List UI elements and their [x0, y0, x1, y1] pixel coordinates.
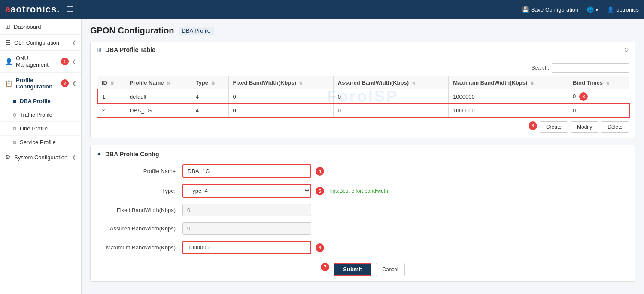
onu-icon: 👤	[5, 58, 12, 65]
assured-bw-input	[182, 222, 311, 235]
page-header: GPON Configuration DBA Profile	[90, 26, 635, 36]
page-title: GPON Configuration	[90, 26, 174, 36]
onu-arrow: ❮	[72, 59, 76, 64]
refresh-icon[interactable]: ↻	[624, 46, 629, 53]
profile-icon: 📋	[5, 80, 12, 87]
col-assured-bw: Assured BandWidth(Kbps) ⇅	[333, 76, 448, 89]
user-icon: 👤	[607, 6, 614, 13]
search-input[interactable]	[552, 63, 629, 73]
sidebar-line-label: Line Profile	[20, 125, 48, 132]
assured-bw-row: Assured BandWidth(Kbps)	[97, 222, 629, 235]
user-menu[interactable]: 👤 optronics	[607, 6, 639, 13]
sidebar-item-line-profile[interactable]: Line Profile	[0, 122, 81, 136]
hamburger-menu[interactable]: ☰	[67, 5, 73, 14]
sidebar-item-dba-profile[interactable]: DBA Profile	[0, 94, 81, 108]
table-row[interactable]: 2DBA_1G40010000000	[97, 104, 629, 117]
sidebar-traffic-label: Traffic Profile	[20, 112, 52, 118]
system-arrow: ❮	[72, 155, 76, 160]
modify-button[interactable]: Modify	[571, 121, 598, 133]
badge-4: 4	[316, 167, 324, 176]
col-type: Type ⇅	[191, 76, 228, 89]
sidebar-item-traffic-profile[interactable]: Traffic Profile	[0, 108, 81, 122]
form-section-header: ✦ DBA Profile Config	[97, 151, 629, 158]
badge-7: 7	[321, 263, 329, 271]
type-select[interactable]: Type_1 Type_2 Type_3 Type_4 Type_5	[182, 184, 311, 198]
sidebar-item-onu-mgmt[interactable]: 👤 ONU Management 1 ❮	[0, 51, 81, 73]
sidebar-item-system-config[interactable]: ⚙ System Configuration ❮	[0, 149, 81, 165]
col-fixed-bw: Fixed BandWidth(Kbps) ⇅	[228, 76, 333, 89]
logo: a aotronics.	[5, 4, 60, 15]
badge-5: 5	[316, 187, 324, 195]
table-controls: Search:	[97, 63, 629, 73]
main-layout: ⊞ Dashboard ☰ OLT Configuration ❮ 👤 ONU …	[0, 19, 644, 294]
form-section-icon: ✦	[97, 151, 102, 158]
dropdown-arrow: ▾	[595, 6, 598, 13]
col-max-bw: Maximum BandWidth(Kbps) ⇅	[449, 76, 568, 89]
sidebar-dashboard-label: Dashboard	[14, 24, 41, 30]
minimize-icon[interactable]: −	[616, 46, 620, 53]
form-section-title: DBA Profile Config	[105, 151, 159, 158]
fixed-bw-label: Fixed BandWidth(Kbps)	[97, 207, 182, 213]
save-icon: 💾	[522, 6, 529, 13]
col-bind-times: Bind Times ⇅	[568, 76, 629, 89]
logo-text: aotronics.	[10, 4, 60, 15]
sidebar-profile-label: Profile Configuration	[16, 77, 58, 90]
globe-icon: 🌐	[587, 6, 594, 13]
sidebar: ⊞ Dashboard ☰ OLT Configuration ❮ 👤 ONU …	[0, 19, 82, 294]
profile-name-label: Profile Name	[97, 168, 182, 174]
main-content: GPON Configuration DBA Profile ⊞ DBA Pro…	[82, 19, 644, 294]
table-card-body: Search: ForoISP ID ⇅ Profile Name ⇅ Type…	[91, 58, 635, 138]
sidebar-item-service-profile[interactable]: Service Profile	[0, 136, 81, 149]
dashboard-icon: ⊞	[5, 23, 10, 30]
sidebar-service-label: Service Profile	[20, 139, 56, 145]
sidebar-item-dashboard[interactable]: ⊞ Dashboard	[0, 19, 81, 35]
topnav-right: 💾 Save Configuration 🌐 ▾ 👤 optronics	[522, 6, 639, 13]
search-label: Search:	[532, 65, 549, 71]
table-card-header: ⊞ DBA Profile Table − ↻	[91, 42, 635, 58]
table-actions: 3 Create Modify Delete	[97, 121, 629, 133]
olt-icon: ☰	[5, 39, 11, 46]
create-button[interactable]: Create	[540, 121, 568, 133]
fixed-bw-row: Fixed BandWidth(Kbps)	[97, 204, 629, 216]
form-card-body: ✦ DBA Profile Config Profile Name 4 Type…	[91, 145, 635, 281]
top-navbar: a aotronics. ☰ 💾 Save Configuration 🌐 ▾ …	[0, 0, 644, 19]
table-card-header-right: − ↻	[616, 46, 629, 53]
sidebar-item-olt-config[interactable]: ☰ OLT Configuration ❮	[0, 35, 81, 51]
save-config-button[interactable]: 💾 Save Configuration	[522, 6, 579, 13]
sidebar-olt-label: OLT Configuration	[14, 39, 59, 46]
profile-arrow: ❮	[72, 81, 76, 86]
col-profile-name: Profile Name ⇅	[125, 76, 191, 89]
page-subtitle: DBA Profile	[179, 27, 214, 35]
max-bw-label: Maximum BandWidth(Kbps)	[97, 244, 182, 251]
form-card: ✦ DBA Profile Config Profile Name 4 Type…	[90, 145, 635, 282]
max-bw-row: Maximum BandWidth(Kbps) 6	[97, 241, 629, 254]
cancel-button[interactable]: Cancel	[376, 263, 404, 276]
delete-button[interactable]: Delete	[601, 121, 629, 133]
badge-3: 3	[529, 121, 537, 130]
service-dot	[13, 141, 16, 144]
sidebar-onu-label: ONU Management	[16, 55, 58, 68]
submit-button[interactable]: Submit	[334, 263, 371, 276]
onu-badge: 1	[61, 58, 69, 65]
type-hint: Tips:Best-effort bandwidth	[328, 188, 388, 194]
max-bw-input[interactable]	[182, 241, 311, 254]
language-selector[interactable]: 🌐 ▾	[587, 6, 598, 13]
profile-name-row: Profile Name 4	[97, 164, 629, 178]
table-row[interactable]: 1default400100000008	[97, 89, 629, 104]
profile-badge: 2	[61, 79, 69, 87]
badge-8: 8	[579, 92, 588, 101]
sidebar-system-label: System Configuration	[14, 154, 67, 161]
type-row: Type: Type_1 Type_2 Type_3 Type_4 Type_5…	[97, 184, 629, 198]
fixed-bw-input	[182, 204, 311, 216]
table-header-row: ID ⇅ Profile Name ⇅ Type ⇅ Fixed BandWid…	[97, 76, 629, 89]
olt-arrow: ❮	[72, 40, 76, 45]
system-icon: ⚙	[5, 154, 11, 161]
profile-name-input[interactable]	[182, 164, 311, 178]
save-config-label: Save Configuration	[531, 6, 579, 13]
col-id: ID ⇅	[97, 76, 125, 89]
username-label: optronics	[616, 6, 639, 13]
table-card-title: DBA Profile Table	[105, 46, 155, 53]
sidebar-item-profile-config[interactable]: 📋 Profile Configuration 2 ❮	[0, 73, 81, 94]
table-card-header-left: ⊞ DBA Profile Table	[97, 46, 155, 53]
assured-bw-label: Assured BandWidth(Kbps)	[97, 225, 182, 232]
